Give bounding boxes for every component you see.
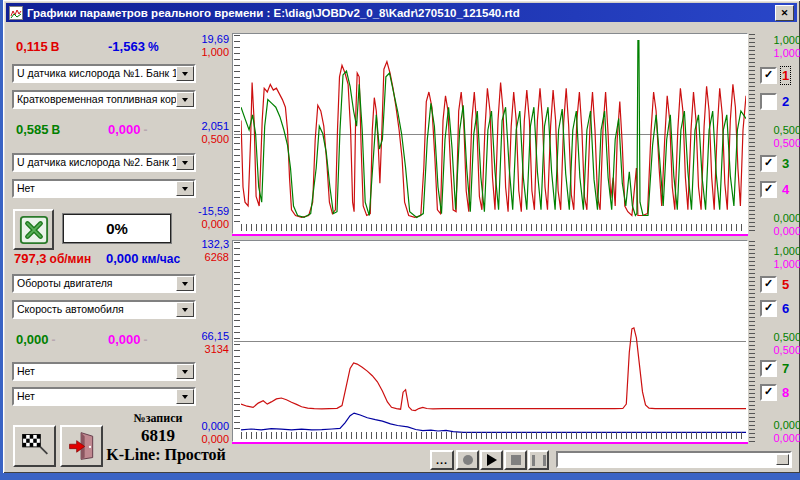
- channel8-select[interactable]: Нет: [12, 387, 196, 406]
- channel2-select[interactable]: Кратковременная топливная коррек: [12, 90, 196, 109]
- axis-bottom-right-mid-magenta: 0,500: [759, 344, 800, 356]
- record-button[interactable]: [456, 450, 479, 470]
- axis-top-right-mid-magenta: 0,500: [759, 137, 800, 149]
- channel4-value: 0,000-: [108, 122, 148, 137]
- channel-5-checkbox[interactable]: ✓5: [760, 276, 789, 293]
- fuel-trim-value: -1,563%: [108, 39, 159, 54]
- dropdown-button[interactable]: [176, 364, 194, 379]
- bottom-tick-ruler: [241, 432, 746, 439]
- channel5-selected-value: Обороты двигателя: [17, 277, 177, 289]
- axis-top-right-min-magenta: 0,000: [759, 225, 800, 237]
- axis-top-left-max-red: 1,000: [198, 46, 229, 58]
- checkbox-box[interactable]: ✓: [760, 300, 777, 317]
- checkbox-box[interactable]: ✓: [760, 155, 777, 172]
- axis-top-left-mid-blue: 2,051: [198, 120, 229, 132]
- checkbox-box[interactable]: ✓: [760, 276, 777, 293]
- sensor2-voltage-value: 0,585В: [16, 122, 60, 137]
- axis-bottom-right-min-green: 0,000: [759, 419, 800, 431]
- chevron-down-icon: [182, 370, 188, 377]
- dropdown-button[interactable]: [176, 389, 194, 404]
- axis-top-left-mid-red: 0,500: [198, 133, 229, 145]
- dropdown-button[interactable]: [176, 181, 194, 196]
- stop-button[interactable]: [504, 450, 527, 470]
- channel-7-checkbox[interactable]: ✓7: [760, 360, 789, 377]
- channel-5-number: 5: [782, 277, 789, 292]
- axis-bottom-right-max-magenta: 1,000: [759, 258, 800, 270]
- checkbox-box[interactable]: ✓: [760, 384, 777, 401]
- channel-8-number: 8: [782, 385, 789, 400]
- channel6-select[interactable]: Скорость автомобиля: [12, 300, 196, 319]
- sensor1-voltage-value: 0,115В: [16, 39, 60, 54]
- record-position-slider[interactable]: [556, 451, 792, 468]
- channel4-select[interactable]: Нет: [12, 179, 196, 198]
- channel-6-number: 6: [782, 301, 789, 316]
- axis-top-right-min-green: 0,000: [759, 212, 800, 224]
- channel3-selected-value: U датчика кислорода №2. Банк 1: [17, 156, 177, 168]
- axis-top-left-max-blue: 19,69: [198, 33, 229, 45]
- excel-export-button[interactable]: [13, 209, 54, 250]
- channel5-select[interactable]: Обороты двигателя: [12, 274, 196, 293]
- rpm-speed-waveforms: [241, 242, 746, 433]
- chevron-down-icon: [182, 161, 188, 168]
- close-button[interactable]: ✕: [775, 5, 794, 21]
- dropdown-button[interactable]: [176, 92, 194, 107]
- app-window: Графики параметров реального времени : E…: [3, 0, 800, 473]
- channel7-selected-value: Нет: [17, 365, 177, 377]
- channel1-select[interactable]: U датчика кислорода №1. Банк 1: [12, 64, 196, 83]
- record-number: 6819: [103, 426, 213, 446]
- channel-1-checkbox[interactable]: ✓1: [760, 67, 789, 84]
- channel8-value: 0,000-: [108, 332, 148, 347]
- channel8-selected-value: Нет: [17, 390, 177, 402]
- channel-7-number: 7: [782, 361, 789, 376]
- channel-3-number: 3: [782, 156, 789, 171]
- axis-bottom-right-max-green: 1,000: [759, 245, 800, 257]
- pause-icon: [532, 455, 546, 466]
- channel3-select[interactable]: U датчика кислорода №2. Банк 1: [12, 153, 196, 172]
- browse-button[interactable]: ...: [430, 450, 454, 470]
- channel4-selected-value: Нет: [17, 182, 177, 194]
- checkbox-box[interactable]: ✓: [760, 360, 777, 377]
- slider-thumb[interactable]: [776, 454, 789, 465]
- channel-2-number: 2: [782, 94, 789, 109]
- checkbox-box[interactable]: [760, 93, 777, 110]
- chevron-down-icon: [182, 187, 188, 194]
- right-tick-ruler-bottom: [749, 241, 755, 442]
- close-icon: ✕: [781, 8, 789, 18]
- axis-bottom-left-mid-blue: 66,15: [198, 330, 229, 342]
- finish-button[interactable]: [13, 425, 56, 467]
- left-tick-ruler: [234, 242, 240, 431]
- channel7-value: 0,000-: [16, 332, 56, 347]
- stop-icon: [511, 455, 521, 465]
- oxygen-sensor-chart: [232, 33, 748, 234]
- chart-separator-line: [232, 442, 748, 444]
- bottom-tick-ruler: [241, 224, 746, 231]
- dropdown-button[interactable]: [176, 155, 194, 170]
- channel-2-checkbox[interactable]: 2: [760, 93, 789, 110]
- channel-4-number: 4: [782, 182, 789, 197]
- checkbox-box[interactable]: ✓: [760, 67, 777, 84]
- channel-4-checkbox[interactable]: ✓4: [760, 181, 789, 198]
- checkbox-box[interactable]: ✓: [760, 181, 777, 198]
- record-number-label: №записи: [103, 411, 213, 426]
- dropdown-button[interactable]: [176, 276, 194, 291]
- axis-bottom-right-mid-green: 0,500: [759, 331, 800, 343]
- axis-bottom-right-min-magenta: 0,000: [759, 432, 800, 444]
- axis-bottom-left-max-red: 6268: [198, 251, 229, 263]
- app-icon: [9, 6, 23, 20]
- channel7-select[interactable]: Нет: [12, 362, 196, 381]
- oxygen-waveforms: [241, 35, 746, 225]
- title-bar[interactable]: Графики параметров реального времени : E…: [6, 3, 797, 22]
- chevron-down-icon: [182, 72, 188, 79]
- channel-8-checkbox[interactable]: ✓8: [760, 384, 789, 401]
- window-title: Графики параметров реального времени : E…: [27, 7, 775, 19]
- axis-bottom-left-max-blue: 132,3: [198, 238, 229, 250]
- axis-bottom-left-mid-red: 3134: [198, 343, 229, 355]
- export-progress: 0%: [63, 214, 171, 243]
- dropdown-button[interactable]: [176, 66, 194, 81]
- play-button[interactable]: [480, 450, 503, 470]
- channel-3-checkbox[interactable]: ✓3: [760, 155, 789, 172]
- pause-button[interactable]: [528, 450, 549, 470]
- channel-6-checkbox[interactable]: ✓6: [760, 300, 789, 317]
- chevron-down-icon: [182, 98, 188, 105]
- dropdown-button[interactable]: [176, 302, 194, 317]
